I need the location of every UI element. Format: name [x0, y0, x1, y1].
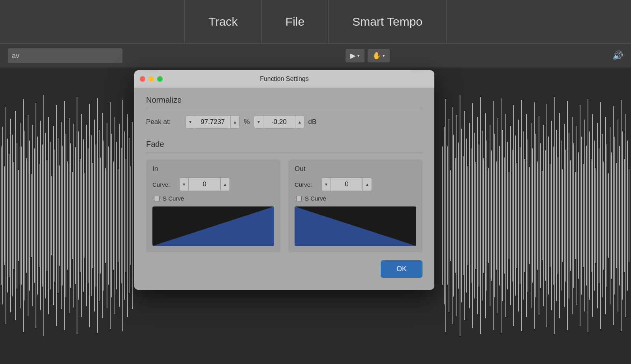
menu-item-file[interactable]: File — [262, 0, 329, 44]
track-name-text: av — [12, 52, 19, 60]
menu-item-smart-tempo[interactable]: Smart Tempo — [329, 0, 447, 44]
svg-rect-58 — [92, 163, 93, 268]
svg-rect-176 — [588, 99, 588, 332]
db-up-arrow[interactable]: ▴ — [295, 116, 304, 128]
svg-rect-116 — [493, 101, 494, 330]
svg-rect-60 — [96, 144, 96, 287]
svg-rect-16 — [26, 158, 27, 273]
menu-smart-tempo-label: Smart Tempo — [352, 15, 423, 28]
pointer-tool-button[interactable]: ▶ ▾ — [346, 49, 364, 62]
svg-rect-10 — [17, 143, 17, 289]
fade-out-svg — [295, 206, 416, 246]
percentage-down-arrow[interactable]: ▾ — [186, 116, 195, 128]
svg-rect-21 — [34, 148, 35, 283]
svg-rect-140 — [531, 123, 531, 308]
svg-rect-162 — [565, 150, 566, 281]
svg-rect-85 — [444, 127, 445, 304]
svg-rect-91 — [453, 135, 454, 296]
percentage-up-arrow[interactable]: ▴ — [230, 116, 239, 128]
fade-in-s-curve-checkbox[interactable] — [154, 196, 160, 201]
fade-out-curve-down-arrow[interactable]: ▾ — [322, 178, 331, 191]
svg-rect-142 — [534, 102, 535, 329]
svg-rect-97 — [463, 156, 464, 275]
svg-rect-186 — [603, 161, 604, 270]
svg-rect-13 — [21, 146, 22, 285]
hand-icon: ✋ — [372, 51, 381, 60]
svg-rect-55 — [88, 148, 88, 283]
svg-rect-197 — [621, 100, 622, 331]
svg-rect-129 — [513, 105, 514, 326]
svg-rect-70 — [111, 134, 112, 297]
svg-rect-102 — [471, 148, 471, 283]
svg-rect-167 — [573, 143, 574, 288]
svg-rect-39 — [62, 146, 63, 285]
svg-rect-69 — [110, 102, 111, 329]
svg-rect-81 — [129, 138, 130, 293]
svg-rect-7 — [12, 135, 13, 296]
svg-rect-144 — [537, 161, 538, 270]
svg-rect-107 — [479, 144, 479, 287]
svg-rect-83 — [132, 122, 133, 309]
svg-rect-26 — [42, 144, 43, 287]
svg-rect-132 — [518, 120, 519, 311]
waveform-right — [441, 68, 631, 364]
svg-rect-151 — [548, 137, 549, 295]
ok-button[interactable]: OK — [381, 260, 423, 278]
fade-out-curve-up-arrow[interactable]: ▴ — [362, 178, 372, 191]
svg-rect-43 — [69, 118, 69, 313]
svg-rect-34 — [54, 150, 55, 281]
fade-in-curve-down-arrow[interactable]: ▾ — [180, 178, 189, 191]
fade-section: Fade In Curve: ▾ 0 ▴ S — [146, 140, 423, 252]
fade-in-curve-up-arrow[interactable]: ▴ — [220, 178, 229, 191]
svg-rect-120 — [499, 146, 500, 285]
db-spinner[interactable]: ▾ -0.20 ▴ — [254, 115, 304, 129]
fade-out-curve-spinner[interactable]: ▾ 0 ▴ — [321, 178, 372, 191]
svg-rect-159 — [561, 141, 562, 291]
svg-rect-183 — [599, 148, 599, 283]
svg-rect-64 — [102, 113, 103, 318]
fade-out-label: Out — [295, 165, 416, 173]
svg-rect-160 — [562, 169, 563, 262]
svg-rect-105 — [475, 162, 476, 269]
svg-rect-50 — [80, 159, 81, 272]
svg-rect-29 — [47, 160, 47, 271]
svg-rect-190 — [610, 127, 610, 304]
normalize-row: Peak at: ▾ 97.7237 ▴ % ▾ -0.20 ▴ dB — [146, 115, 423, 129]
svg-rect-187 — [605, 117, 606, 314]
fade-in-curve-spinner[interactable]: ▾ 0 ▴ — [179, 178, 230, 191]
maximize-button[interactable] — [157, 76, 163, 82]
svg-rect-106 — [477, 117, 478, 314]
svg-rect-74 — [118, 169, 118, 262]
svg-rect-192 — [613, 106, 614, 325]
percentage-spinner[interactable]: ▾ 97.7237 ▴ — [186, 115, 240, 129]
svg-rect-89 — [450, 170, 451, 261]
fade-out-s-curve-row: S Curve — [295, 195, 416, 202]
svg-rect-87 — [447, 146, 448, 285]
close-button[interactable] — [140, 76, 145, 82]
svg-rect-20 — [32, 125, 33, 306]
svg-rect-5 — [9, 154, 9, 277]
minimize-button[interactable] — [148, 76, 154, 82]
svg-rect-56 — [89, 104, 90, 327]
svg-rect-134 — [521, 100, 522, 331]
svg-rect-98 — [464, 111, 465, 320]
svg-rect-11 — [18, 170, 19, 261]
svg-rect-138 — [528, 139, 528, 292]
svg-rect-17 — [28, 115, 28, 316]
toolbar: av ▶ ▾ ✋ ▾ 🔊 — [0, 44, 631, 68]
fade-in-s-curve-label: S Curve — [163, 195, 184, 202]
svg-rect-156 — [556, 130, 557, 301]
svg-rect-122 — [502, 130, 503, 301]
fade-out-s-curve-checkbox[interactable] — [296, 196, 302, 201]
menu-item-track[interactable]: Track — [184, 0, 262, 44]
db-down-arrow[interactable]: ▾ — [254, 116, 263, 128]
svg-rect-3 — [6, 107, 6, 324]
hand-tool-button[interactable]: ✋ ▾ — [368, 49, 390, 62]
svg-rect-128 — [512, 150, 513, 281]
svg-rect-52 — [83, 139, 84, 292]
svg-rect-61 — [97, 98, 98, 333]
svg-rect-92 — [455, 158, 456, 273]
svg-rect-168 — [575, 172, 576, 259]
svg-rect-163 — [567, 101, 568, 330]
dialog-titlebar: Function Settings — [134, 70, 434, 88]
